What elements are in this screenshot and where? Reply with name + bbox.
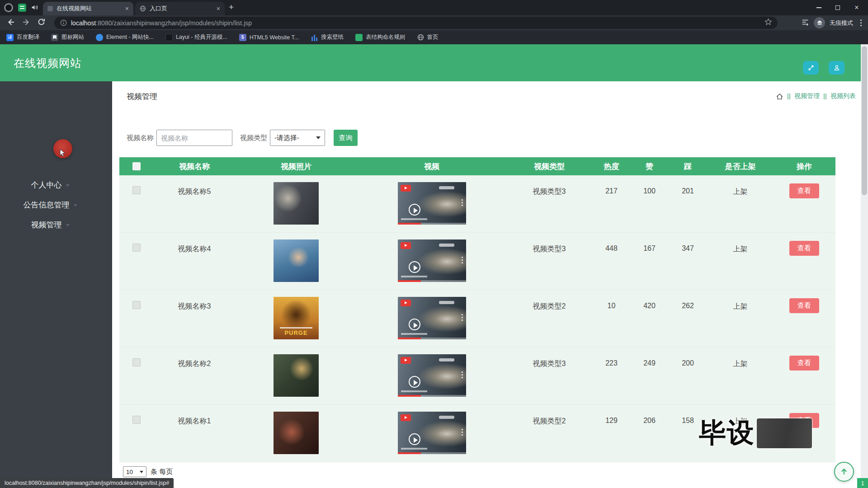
view-button[interactable]: 查看 [789, 241, 819, 256]
scrollbar-track[interactable] [861, 44, 868, 488]
row-checkbox[interactable] [132, 186, 141, 194]
progress-bar [398, 395, 466, 397]
tab-favicon-icon [47, 6, 53, 11]
select-all-checkbox[interactable] [132, 162, 141, 170]
kebab-menu-icon[interactable] [462, 199, 463, 206]
bookmark-item[interactable]: 首页 [417, 33, 439, 41]
dislike-value: 347 [668, 233, 708, 290]
bookmark-item[interactable]: Element - 网站快... [96, 33, 154, 41]
row-checkbox[interactable] [132, 358, 141, 366]
cursor-icon [58, 148, 67, 159]
video-thumbnail[interactable] [398, 297, 466, 339]
table-favicon-icon [355, 34, 363, 41]
photo-thumbnail[interactable] [274, 182, 319, 225]
bookmarks-bar: 译百度翻译 图标网站 Element - 网站快... Layui - 经典开源… [0, 30, 868, 44]
maximize-button[interactable] [828, 0, 847, 15]
bookmark-item[interactable]: 译百度翻译 [6, 33, 39, 41]
view-button[interactable]: 查看 [789, 356, 819, 371]
video-type-label: 视频类型 [240, 134, 267, 142]
fullscreen-button[interactable] [803, 61, 819, 75]
browser-menu-icon[interactable] [858, 19, 864, 26]
photo-thumbnail[interactable] [274, 354, 319, 397]
flag-favicon-icon [51, 34, 58, 41]
tab-close-icon[interactable]: × [125, 5, 129, 12]
browser-tab[interactable]: 入口页 × [135, 2, 225, 15]
page-title: 视频管理 [127, 91, 157, 102]
forward-button[interactable] [22, 18, 31, 28]
grid-icon[interactable] [18, 4, 26, 12]
expand-icon [807, 64, 815, 71]
new-tab-button[interactable]: + [229, 2, 234, 12]
video-thumbnail[interactable] [398, 239, 466, 282]
breadcrumb-link[interactable]: 视频列表 [830, 92, 856, 100]
minimize-button[interactable] [809, 0, 828, 15]
sidebar-item-video-management[interactable]: 视频管理 [0, 215, 112, 235]
like-value: 249 [631, 347, 668, 404]
bookmark-star-icon[interactable] [764, 18, 772, 28]
incognito-icon[interactable] [814, 17, 825, 28]
video-thumbnail[interactable] [398, 354, 466, 397]
reading-list-icon[interactable] [801, 18, 809, 28]
shelf-status: 上架 [708, 347, 773, 404]
kebab-menu-icon[interactable] [462, 257, 463, 263]
wallpaper-favicon-icon [311, 34, 318, 41]
user-button[interactable] [829, 61, 844, 75]
home-icon[interactable] [776, 93, 783, 100]
bookmark-item[interactable]: 搜索壁纸 [311, 33, 344, 41]
table-row: 视频名称3 PURGE 视频类型2 10 420 262 上架 查看 [119, 290, 835, 347]
breadcrumb-link[interactable]: 视频管理 [794, 92, 820, 100]
app-header: 在线视频网站 [0, 44, 868, 81]
breadcrumb: 视频管理 视频列表 [776, 92, 856, 100]
bookmark-item[interactable]: 5HTML5 Website T... [239, 34, 299, 41]
sidebar-item-personal-center[interactable]: 个人中心 [0, 175, 112, 195]
video-name-label: 视频名称 [127, 134, 154, 142]
sidebar-item-announcement-management[interactable]: 公告信息管理 [0, 195, 112, 215]
play-icon[interactable] [409, 261, 420, 273]
play-icon[interactable] [409, 433, 420, 445]
globe-icon [140, 5, 146, 12]
layui-favicon-icon [165, 34, 173, 41]
video-name-input[interactable] [156, 130, 232, 146]
view-button[interactable]: 查看 [789, 298, 819, 313]
play-icon[interactable] [409, 319, 420, 330]
address-bar[interactable]: localhost:8080/zaixianshipinwangzhan/jsp… [54, 17, 778, 29]
video-thumbnail[interactable] [398, 182, 466, 225]
kebab-menu-icon[interactable] [462, 314, 463, 321]
page-size-select[interactable]: 10 [123, 466, 146, 477]
progress-bar [398, 223, 466, 225]
row-checkbox[interactable] [132, 244, 141, 252]
pagination: 10 条 每页 [123, 466, 173, 477]
kebab-menu-icon[interactable] [462, 371, 463, 378]
photo-thumbnail[interactable] [274, 412, 319, 454]
table-row: 视频名称2 视频类型3 223 249 200 上架 查看 [119, 347, 835, 405]
play-icon[interactable] [409, 204, 420, 216]
reload-button[interactable] [37, 18, 46, 28]
video-thumbnail[interactable] [398, 412, 466, 454]
bookmark-item[interactable]: Layui - 经典开源模... [165, 33, 227, 41]
kebab-menu-icon[interactable] [462, 429, 463, 436]
bookmark-item[interactable]: 表结构命名规则 [355, 33, 406, 41]
like-value: 167 [631, 233, 668, 290]
row-checkbox[interactable] [132, 301, 141, 309]
row-checkbox[interactable] [132, 416, 141, 424]
url-text: localhost:8080/zaixianshipinwangzhan/jsp… [71, 19, 252, 27]
player-watermark [439, 358, 454, 361]
bookmark-item[interactable]: 图标网站 [51, 33, 84, 41]
scrollbar-thumb[interactable] [862, 46, 867, 195]
player-logo-icon [401, 300, 411, 306]
info-icon[interactable] [60, 19, 67, 27]
video-type-select[interactable]: -请选择- [270, 130, 325, 146]
screen: 在线视频网站 × 入口页 × + × localhost:8080/zaixia… [0, 0, 868, 488]
photo-thumbnail[interactable]: PURGE [274, 297, 319, 339]
player-logo-icon [401, 357, 411, 364]
browser-tab-active[interactable]: 在线视频网站 × [43, 2, 133, 15]
view-button[interactable]: 查看 [789, 183, 819, 198]
tab-close-icon[interactable]: × [217, 5, 220, 12]
photo-thumbnail[interactable] [274, 239, 319, 282]
back-to-top-button[interactable] [834, 462, 854, 482]
play-icon[interactable] [409, 376, 420, 388]
search-button[interactable]: 查询 [334, 130, 358, 146]
close-window-button[interactable]: × [847, 0, 866, 15]
back-button[interactable] [6, 18, 15, 28]
status-bar: localhost:8080/zaixianshipinwangzhan/jsp… [0, 478, 174, 488]
